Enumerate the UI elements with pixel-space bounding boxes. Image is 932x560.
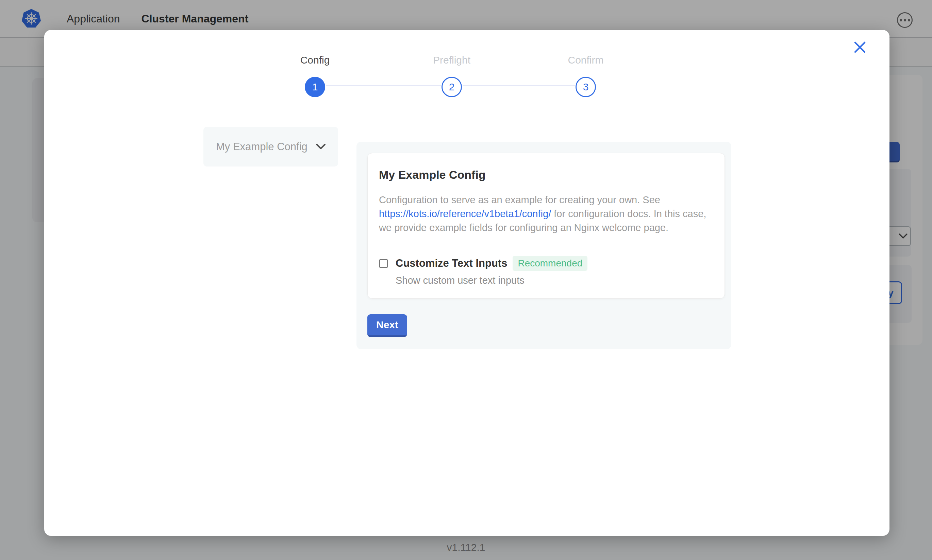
description-text: Configuration to serve as an example for… <box>379 194 660 205</box>
stepper-step-confirm: Confirm 3 <box>548 54 623 97</box>
config-group-card: My Example Config Configuration to serve… <box>367 153 725 299</box>
step-label: Preflight <box>414 54 489 66</box>
description-text: we provide example fields for configurin… <box>379 222 668 233</box>
config-docs-link[interactable]: https://kots.io/reference/v1beta1/config… <box>379 208 551 219</box>
close-icon[interactable] <box>852 40 867 55</box>
config-group-title: My Example Config <box>379 168 711 182</box>
kots-admin-console: Application Cluster Management 0 y v1.11… <box>0 0 932 560</box>
step-circle[interactable]: 1 <box>305 77 325 97</box>
config-group-selector-label: My Example Config <box>216 141 307 153</box>
config-wizard-modal: Config 1 Preflight 2 Confirm 3 My Exampl… <box>44 30 889 536</box>
step-label: Confirm <box>548 54 623 66</box>
chevron-down-icon <box>316 143 326 150</box>
customize-text-inputs-checkbox[interactable] <box>379 259 388 268</box>
customize-text-inputs-label[interactable]: Customize Text Inputs <box>396 257 507 269</box>
config-group-selector[interactable]: My Example Config <box>204 127 338 166</box>
recommended-badge: Recommended <box>512 256 588 271</box>
step-circle[interactable]: 2 <box>441 77 462 97</box>
config-group-description: Configuration to serve as an example for… <box>379 193 711 235</box>
config-panel: My Example Config Configuration to serve… <box>356 142 731 349</box>
customize-text-inputs-row: Customize Text Inputs Recommended <box>379 256 711 271</box>
next-button[interactable]: Next <box>367 314 407 337</box>
step-label: Config <box>278 54 352 66</box>
customize-text-inputs-help: Show custom user text inputs <box>396 275 711 286</box>
step-circle[interactable]: 3 <box>576 77 596 97</box>
description-text: for configuration docs. In this case, <box>551 208 706 219</box>
stepper-step-config: Config 1 <box>278 54 352 97</box>
stepper-step-preflight: Preflight 2 <box>414 54 489 97</box>
